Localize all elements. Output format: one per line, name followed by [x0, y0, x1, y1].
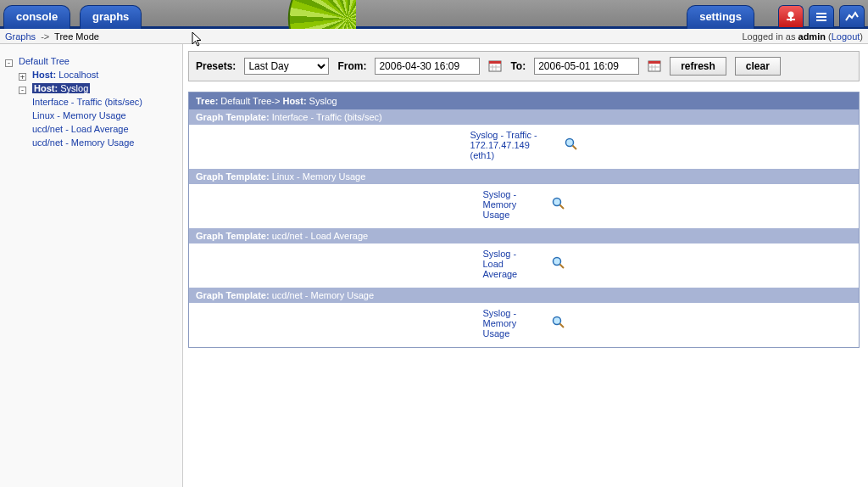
tree-host-syslog: - Host: Syslog Interface - Traffic (bits… [19, 83, 179, 148]
list-view-icon[interactable] [809, 5, 834, 27]
zoom-icon[interactable] [552, 256, 565, 271]
tree-host-syslog-link[interactable]: Host: Syslog [32, 83, 90, 93]
breadcrumb-leaf: Tree Mode [54, 31, 99, 42]
refresh-button[interactable]: refresh [670, 57, 726, 76]
tree-host-localhost-link[interactable]: Host: Localhost [32, 70, 98, 80]
expand-icon[interactable]: + [19, 73, 26, 81]
svg-rect-8 [489, 61, 501, 64]
content-pane: Presets: Last Day From: To: refresh clea… [183, 44, 868, 487]
tree-root-link[interactable]: Default Tree [19, 56, 70, 66]
host-name: Localhost [58, 70, 98, 80]
tab-console[interactable]: console [3, 5, 70, 29]
svg-point-23 [553, 317, 560, 325]
sidebar-tree: - Default Tree + Host: Localhost - Host:… [0, 44, 183, 487]
template-header: Graph Template: Linux - Memory Usage [189, 169, 860, 184]
svg-point-17 [565, 139, 573, 147]
template-name: ucd/net - Load Average [272, 231, 369, 241]
presets-select[interactable]: Last Day [244, 58, 329, 75]
graph-link[interactable]: Syslog - Load Average [482, 249, 533, 279]
svg-line-20 [559, 205, 564, 210]
view-mode-icons [778, 5, 865, 29]
tree-host-localhost: + Host: Localhost [19, 70, 179, 80]
from-input[interactable] [375, 58, 480, 75]
host-prefix: Host: [32, 70, 56, 80]
svg-rect-2 [787, 19, 790, 20]
tab-graphs[interactable]: graphs [80, 5, 142, 29]
template-header: Graph Template: ucd/net - Load Average [189, 228, 860, 244]
tree-leaf: ucd/net - Load Average [32, 124, 179, 134]
tab-settings[interactable]: settings [687, 5, 754, 29]
breadcrumb: Graphs -> Tree Mode [5, 31, 99, 42]
host-name: Syslog [60, 83, 88, 93]
svg-rect-3 [792, 19, 795, 20]
results-table: Tree: Default Tree-> Host: Syslog Graph … [188, 92, 860, 348]
to-input[interactable] [534, 58, 639, 75]
template-name: Linux - Memory Usage [272, 171, 366, 182]
tree-leaf: ucd/net - Memory Usage [32, 137, 179, 148]
graph-link[interactable]: Syslog - Memory Usage [482, 189, 533, 220]
top-bar: console graphs settings [0, 0, 868, 29]
collapse-icon[interactable]: - [19, 87, 26, 94]
breadcrumb-sep: -> [41, 31, 49, 42]
svg-line-24 [559, 324, 564, 328]
results-tree-header: Tree: Default Tree-> Host: Syslog [189, 92, 860, 110]
breadcrumb-root[interactable]: Graphs [5, 31, 36, 42]
zoom-icon[interactable] [552, 197, 565, 212]
filter-bar: Presets: Last Day From: To: refresh clea… [188, 51, 860, 81]
host-label: Host: [282, 96, 306, 106]
template-label: Graph Template: [196, 231, 270, 241]
svg-line-22 [559, 265, 564, 269]
preview-view-icon[interactable] [839, 5, 865, 27]
tree-path: Default Tree-> [220, 96, 280, 106]
svg-rect-1 [790, 17, 792, 21]
template-label: Graph Template: [196, 112, 270, 122]
template-name: ucd/net - Memory Usage [272, 290, 374, 300]
tree-root: - Default Tree + Host: Localhost - Host:… [5, 56, 179, 148]
graph-link[interactable]: Syslog - Traffic - 172.17.47.149 (eth1) [470, 130, 546, 160]
graph-link[interactable]: Syslog - Memory Usage [482, 308, 533, 339]
svg-rect-5 [816, 16, 826, 18]
host-name: Syslog [309, 96, 337, 106]
tree-view-icon[interactable] [778, 5, 804, 27]
template-label: Graph Template: [196, 171, 270, 182]
from-label: From: [337, 60, 366, 72]
calendar-icon[interactable] [488, 59, 502, 73]
svg-rect-13 [648, 61, 660, 64]
svg-point-21 [553, 258, 560, 266]
tree-leaf-link[interactable]: Linux - Memory Usage [32, 110, 126, 120]
login-user: admin [798, 31, 826, 42]
svg-rect-6 [816, 20, 826, 21]
tree-leaf-link[interactable]: Interface - Traffic (bits/sec) [32, 97, 142, 107]
presets-label: Presets: [196, 60, 236, 72]
to-label: To: [510, 60, 526, 72]
main-split: - Default Tree + Host: Localhost - Host:… [0, 44, 868, 487]
template-header: Graph Template: Interface - Traffic (bit… [189, 109, 860, 125]
svg-point-0 [788, 11, 794, 17]
svg-line-18 [572, 146, 576, 150]
zoom-icon[interactable] [565, 137, 578, 153]
tree-label: Tree: [196, 96, 218, 106]
tree-leaf: Interface - Traffic (bits/sec) [32, 97, 179, 107]
tree-leaf: Linux - Memory Usage [32, 110, 179, 120]
template-header: Graph Template: ucd/net - Memory Usage [189, 288, 860, 303]
template-name: Interface - Traffic (bits/sec) [272, 112, 382, 122]
tree-leaf-link[interactable]: ucd/net - Memory Usage [32, 137, 134, 148]
tree-leaf-link[interactable]: ucd/net - Load Average [32, 124, 129, 134]
logo-swirl [280, 0, 356, 31]
login-status: Logged in as admin (Logout) [742, 29, 863, 44]
svg-rect-4 [816, 13, 826, 14]
clear-button[interactable]: clear [735, 57, 781, 76]
svg-point-19 [553, 199, 560, 206]
template-label: Graph Template: [196, 290, 270, 300]
collapse-icon[interactable]: - [5, 59, 13, 67]
login-prefix: Logged in as [742, 31, 798, 42]
zoom-icon[interactable] [552, 316, 565, 331]
breadcrumb-bar: Graphs -> Tree Mode Logged in as admin (… [0, 29, 868, 44]
host-prefix: Host: [34, 83, 58, 93]
logout-link[interactable]: Logout [832, 31, 860, 42]
calendar-icon[interactable] [648, 59, 661, 73]
